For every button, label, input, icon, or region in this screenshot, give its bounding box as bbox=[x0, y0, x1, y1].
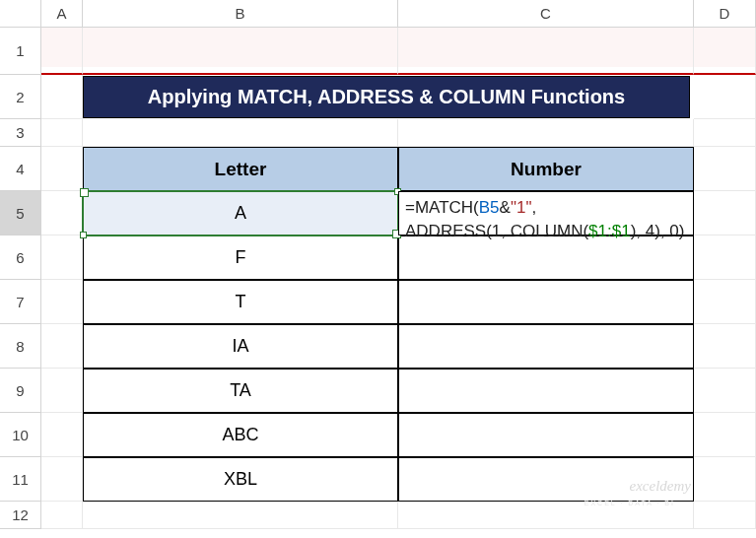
cell-B5[interactable]: A bbox=[83, 191, 398, 235]
cell-B8[interactable]: IA bbox=[83, 324, 398, 369]
cell-D10[interactable] bbox=[694, 413, 756, 457]
row-header-10[interactable]: 10 bbox=[0, 413, 41, 457]
cell-A11[interactable] bbox=[41, 457, 83, 502]
cell-A3[interactable] bbox=[41, 119, 83, 147]
cell-A6[interactable] bbox=[41, 235, 83, 280]
row-header-11[interactable]: 11 bbox=[0, 457, 41, 502]
cell-C5[interactable]: =MATCH(B5&"1", ADDRESS(1, COLUMN($1:$1),… bbox=[398, 191, 694, 235]
watermark: exceldemy bbox=[630, 478, 691, 495]
cell-A8[interactable] bbox=[41, 324, 83, 369]
row-header-2[interactable]: 2 bbox=[0, 75, 41, 119]
col-header-A[interactable]: A bbox=[41, 0, 83, 28]
cell-C10[interactable] bbox=[398, 413, 694, 457]
cell-A2[interactable] bbox=[41, 75, 83, 119]
table-header-letter[interactable]: Letter bbox=[83, 147, 398, 191]
cell-D2[interactable] bbox=[694, 75, 756, 119]
watermark-sub: EXCEL · DATA · BI bbox=[584, 500, 675, 506]
cell-A7[interactable] bbox=[41, 280, 83, 324]
cell-C7[interactable] bbox=[398, 280, 694, 324]
row-header-5[interactable]: 5 bbox=[0, 191, 41, 235]
cell-D8[interactable] bbox=[694, 324, 756, 369]
cell-A10[interactable] bbox=[41, 413, 83, 457]
cell-D12[interactable] bbox=[694, 502, 756, 529]
row-header-3[interactable]: 3 bbox=[0, 119, 41, 147]
cell-A1[interactable] bbox=[41, 28, 83, 75]
cell-D11[interactable] bbox=[694, 457, 756, 502]
cell-A5[interactable] bbox=[41, 191, 83, 235]
row-header-1[interactable]: 1 bbox=[0, 28, 41, 75]
cell-D4[interactable] bbox=[694, 147, 756, 191]
cell-B3[interactable] bbox=[83, 119, 398, 147]
cell-A4[interactable] bbox=[41, 147, 83, 191]
cell-B12[interactable] bbox=[83, 502, 398, 529]
spreadsheet-grid: A B C D 1 2 Applying MATCH, ADDRESS & CO… bbox=[0, 0, 756, 529]
cell-B7[interactable]: T bbox=[83, 280, 398, 324]
cell-D5[interactable] bbox=[694, 191, 756, 235]
row-header-9[interactable]: 9 bbox=[0, 369, 41, 413]
select-all-corner[interactable] bbox=[0, 0, 41, 28]
row-header-6[interactable]: 6 bbox=[0, 235, 41, 280]
cell-C8[interactable] bbox=[398, 324, 694, 369]
cell-B5-value: A bbox=[235, 203, 246, 224]
cell-A9[interactable] bbox=[41, 369, 83, 413]
col-header-D[interactable]: D bbox=[694, 0, 756, 28]
title-banner: Applying MATCH, ADDRESS & COLUMN Functio… bbox=[83, 76, 690, 118]
cell-B11[interactable]: XBL bbox=[83, 457, 398, 502]
cell-B6[interactable]: F bbox=[83, 235, 398, 280]
cell-D6[interactable] bbox=[694, 235, 756, 280]
row-header-12[interactable]: 12 bbox=[0, 502, 41, 529]
table-header-number[interactable]: Number bbox=[398, 147, 694, 191]
row-header-8[interactable]: 8 bbox=[0, 324, 41, 369]
cell-D7[interactable] bbox=[694, 280, 756, 324]
cell-C3[interactable] bbox=[398, 119, 694, 147]
cell-B9[interactable]: TA bbox=[83, 369, 398, 413]
cell-B10[interactable]: ABC bbox=[83, 413, 398, 457]
cell-D9[interactable] bbox=[694, 369, 756, 413]
cell-D1[interactable] bbox=[694, 28, 756, 75]
row-header-4[interactable]: 4 bbox=[0, 147, 41, 191]
cell-D3[interactable] bbox=[694, 119, 756, 147]
formula-display: =MATCH(B5&"1", ADDRESS(1, COLUMN($1:$1),… bbox=[405, 196, 684, 243]
cell-A12[interactable] bbox=[41, 502, 83, 529]
row-header-7[interactable]: 7 bbox=[0, 280, 41, 324]
col-header-B[interactable]: B bbox=[83, 0, 398, 28]
col-header-C[interactable]: C bbox=[398, 0, 694, 28]
cell-B1[interactable] bbox=[83, 28, 398, 75]
cell-C1[interactable] bbox=[398, 28, 694, 75]
cell-C9[interactable] bbox=[398, 369, 694, 413]
